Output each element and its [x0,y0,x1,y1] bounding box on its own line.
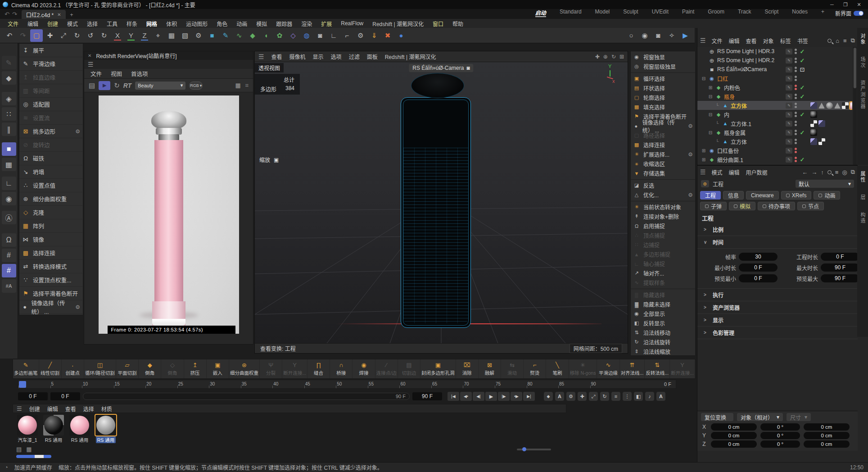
timeline-tick[interactable]: 50 [336,380,368,388]
section-row[interactable]: >色彩管理 [697,327,858,339]
command-item[interactable]: 旋转边 ⚙ [19,138,83,152]
history-nav-icon[interactable]: ← [802,169,808,176]
timeline-tick[interactable]: 80 [527,380,559,388]
refresh-icon[interactable]: ↻ [114,82,120,90]
menu-item[interactable]: 查看 [62,405,80,413]
object-row[interactable]: └ 立方体.1 ✎ [697,119,852,128]
gear-icon[interactable]: ⚙ [75,304,80,310]
tri-tag[interactable] [834,103,841,109]
frame-range-slider[interactable]: 90 F [83,393,410,400]
command-item[interactable]: 镜像选择（传统） ... ⚙ [631,121,695,131]
edit-toggle-icon[interactable]: ✎ [786,121,792,127]
command-item[interactable]: 阵列 ⚙ [19,219,83,233]
coordinate-dropdown[interactable]: 复位变换 [701,413,733,421]
expand-icon[interactable]: ⊞ [701,148,706,153]
menu-item[interactable]: 材质 [98,405,116,413]
timeline-tick[interactable]: 30 [209,380,241,388]
field-value[interactable]: 0 F [739,274,778,282]
toolbar-icon[interactable] [300,29,313,42]
command-item[interactable]: 选择连接 ⚙ [631,140,695,150]
render-play-button[interactable]: ▶ [99,81,110,90]
mode-icon[interactable] [2,192,16,205]
toolbar-icon[interactable] [57,29,70,42]
section-row[interactable]: >执行 [697,289,858,301]
tool-button[interactable]: 平滑边缘 [597,359,619,378]
command-item[interactable]: 轴心捕捉 ⚙ [631,259,695,268]
menu-item[interactable]: RealFlow [337,20,367,27]
mode-icon[interactable] [2,56,16,69]
command-item[interactable]: 循环选择 ⚙ [631,73,695,83]
tool-button[interactable]: 倒角 [161,359,184,378]
menu-item[interactable]: 选择 [80,405,98,413]
material-scrollbar[interactable] [16,455,51,458]
timeline-ruler[interactable]: 051015202530354045505560657075808590 0 F [18,380,676,389]
grid-view-icon[interactable]: ▦ [26,446,32,453]
menu-item[interactable]: 模拟 [252,19,271,28]
object-tree-scrollbar[interactable] [853,47,857,165]
dock-tab[interactable]: 场次 [859,57,866,68]
rotation-field[interactable]: 0 ° [760,432,800,439]
toolbar-icon[interactable] [625,29,637,42]
edit-toggle-icon[interactable]: ✎ [786,139,792,145]
object-row[interactable]: ⊞ 细分曲面.1 ✎ [697,155,852,164]
edit-toggle-icon[interactable]: ✎ [786,148,792,154]
command-item[interactable]: 提取样条 ⚙ [631,278,695,287]
toolbar-icon[interactable] [17,29,29,42]
record-button[interactable] [656,392,665,401]
checker-tag[interactable] [818,138,825,145]
visibility-dots[interactable] [795,148,797,153]
toolbar-icon[interactable] [327,29,340,42]
tool-button[interactable]: 切割边 [398,359,420,378]
command-item[interactable]: 扩展选择... ⚙ [631,150,695,159]
mode-icon[interactable] [2,158,16,171]
toolbar-icon[interactable] [98,29,110,42]
timeline-zoom-slider[interactable] [517,449,551,450]
object-name[interactable]: RS Dome Light | HDR.3 [717,48,774,54]
tool-button[interactable]: 连接点/边 [375,359,398,378]
menu-item[interactable]: 文件 [709,36,726,45]
workspace-tab[interactable]: Nodes [792,9,808,17]
menu-item[interactable]: 对象 [760,36,777,45]
object-name[interactable]: 立方体 [731,102,747,109]
command-item[interactable]: 展平 ⚙ [19,44,83,57]
expand-icon[interactable]: └ [714,103,720,108]
enable-check-icon[interactable] [799,156,805,163]
viewport-menu-icon[interactable]: ☰ [258,53,264,60]
toolbar-icon[interactable] [179,29,191,42]
attribute-tab[interactable]: 子弹 [700,202,727,210]
tool-button[interactable]: 滑动 [501,359,524,378]
view-label[interactable]: 透视视图 [255,63,284,73]
enable-check-icon[interactable] [799,93,805,100]
expand-icon[interactable]: ⊟ [708,130,713,135]
expand-icon[interactable]: ⊟ [701,76,706,81]
mode-icon[interactable] [2,142,16,156]
command-item[interactable]: 顶点捕捉 ⚙ [631,231,695,240]
command-item[interactable]: 沿法线移动 ⚙ [631,328,695,337]
object-row[interactable]: RS Dome Light | HDR.3 ✎ [697,47,852,56]
tool-button[interactable]: 断开连接... [670,359,695,378]
object-name[interactable]: RS Dome Light | HDR.2 [717,57,774,64]
camera-label[interactable]: RS ÉãÏñ»úØ-Camera ◙ [409,64,473,72]
toolbar-icon[interactable] [287,29,299,42]
expand-icon[interactable]: ⊟ [708,94,713,99]
field-value[interactable]: 0 F [739,263,778,272]
phong-tag[interactable] [818,120,825,127]
menu-item[interactable]: 查看 [743,36,760,45]
timeline-tick[interactable]: 20 [145,380,177,388]
enable-check-icon[interactable] [799,66,805,73]
matdark-tag[interactable] [810,129,817,136]
playback-button[interactable] [523,392,535,401]
mode-icon[interactable] [2,279,16,293]
menu-item[interactable]: 工具 [103,19,122,28]
gear-icon[interactable]: ⚙ [688,151,693,158]
mode-icon[interactable] [2,249,16,262]
workspace-tab[interactable]: Paint [682,9,694,17]
timeline-tick[interactable]: 35 [241,380,273,388]
expand-icon[interactable]: ⊞ [708,85,713,90]
tool-button[interactable]: 断开连接... [282,359,307,378]
enable-check-icon[interactable] [799,48,805,55]
field-value[interactable]: 90 F [821,274,859,282]
object-row[interactable]: ⊟ 口红 ✎ [697,74,852,83]
tool-button[interactable]: 笔刷 [546,359,569,378]
attribute-tab[interactable]: 动画 [814,191,840,200]
